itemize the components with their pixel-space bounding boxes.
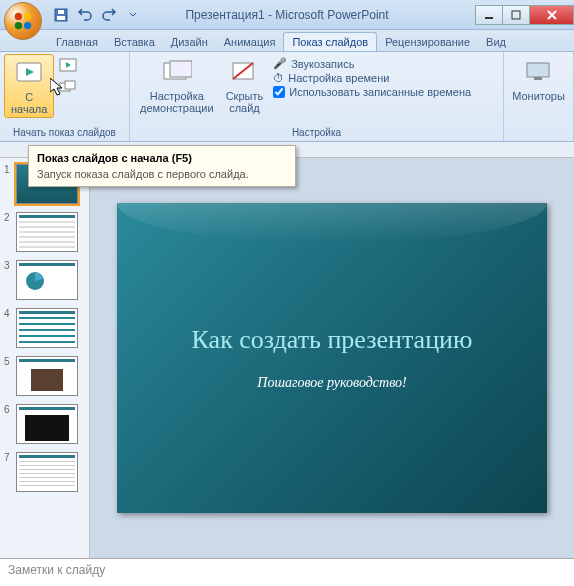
play-icon [13,57,45,89]
svg-rect-14 [65,81,75,89]
slide-title[interactable]: Как создать презентацию [192,325,473,355]
setup-show-label: Настройка демонстрации [140,90,214,114]
svg-point-0 [15,13,22,20]
svg-rect-8 [512,11,520,19]
svg-rect-19 [527,63,549,77]
setup-group-label: Настройка [134,126,499,139]
hide-icon [228,56,260,88]
clock-icon: ⏱ [273,72,284,84]
slide-editor[interactable]: Как создать презентацию Пошаговое руково… [90,158,574,558]
maximize-button[interactable] [502,5,530,25]
use-timings-checkbox[interactable]: Использовать записанные времена [269,85,475,99]
tab-view[interactable]: Вид [478,33,514,51]
tooltip: Показ слайдов с начала (F5) Запуск показ… [28,145,296,187]
from-beginning-button[interactable]: С начала [4,54,54,118]
undo-button[interactable] [74,4,96,26]
mic-icon: 🎤 [273,57,287,70]
office-button[interactable] [4,2,42,40]
thumbnail[interactable]: 4 [0,306,89,350]
tab-slideshow[interactable]: Показ слайдов [283,32,377,51]
thumbnail[interactable]: 5 [0,354,89,398]
thumbnail[interactable]: 7 [0,450,89,494]
tab-home[interactable]: Главная [48,33,106,51]
hide-slide-label: Скрыть слайд [226,90,264,114]
svg-point-3 [24,22,31,29]
window-title: Презентация1 - Microsoft PowerPoint [185,8,388,22]
thumbnail[interactable]: 6 [0,402,89,446]
tooltip-body: Запуск показа слайдов с первого слайда. [37,168,287,180]
quick-access-toolbar [50,4,144,26]
title-bar: Презентация1 - Microsoft PowerPoint [0,0,574,30]
tab-design[interactable]: Дизайн [163,33,216,51]
tooltip-title: Показ слайдов с начала (F5) [37,152,287,164]
notes-pane[interactable]: Заметки к слайду [0,558,574,584]
svg-rect-5 [57,16,65,20]
ribbon-tabs: Главная Вставка Дизайн Анимация Показ сл… [0,30,574,52]
workspace: 1 2 3 4 5 6 7 Как создать презентацию По… [0,158,574,558]
redo-button[interactable] [98,4,120,26]
monitor-icon [523,56,555,88]
from-beginning-label: С начала [11,91,47,115]
monitors-label: Мониторы [512,90,565,102]
save-button[interactable] [50,4,72,26]
thumbnail[interactable]: 2 [0,210,89,254]
tab-review[interactable]: Рецензирование [377,33,478,51]
svg-rect-16 [170,61,192,77]
tab-animation[interactable]: Анимация [216,33,284,51]
setup-icon [161,56,193,88]
setup-show-button[interactable]: Настройка демонстрации [134,54,220,116]
tab-insert[interactable]: Вставка [106,33,163,51]
minimize-button[interactable] [475,5,503,25]
qat-dropdown[interactable] [122,4,144,26]
start-group-label: Начать показ слайдов [4,126,125,139]
slide[interactable]: Как создать презентацию Пошаговое руково… [117,203,547,513]
slide-subtitle[interactable]: Пошаговое руководство! [257,375,406,391]
svg-rect-6 [58,10,64,14]
svg-point-1 [24,13,31,20]
monitors-button[interactable]: Мониторы [506,54,571,104]
close-button[interactable] [529,5,574,25]
svg-rect-20 [534,77,542,80]
thumbnail[interactable]: 3 [0,258,89,302]
rehearse-timings-button[interactable]: ⏱Настройка времени [269,71,475,85]
hide-slide-button[interactable]: Скрыть слайд [220,54,270,116]
thumbnail-panel[interactable]: 1 2 3 4 5 6 7 [0,158,90,558]
from-current-button[interactable] [56,56,80,76]
ribbon: С начала Начать показ слайдов Настройка … [0,52,574,142]
svg-point-2 [15,22,22,29]
record-narration-button[interactable]: 🎤Звукозапись [269,56,475,71]
custom-show-button[interactable] [56,78,80,98]
